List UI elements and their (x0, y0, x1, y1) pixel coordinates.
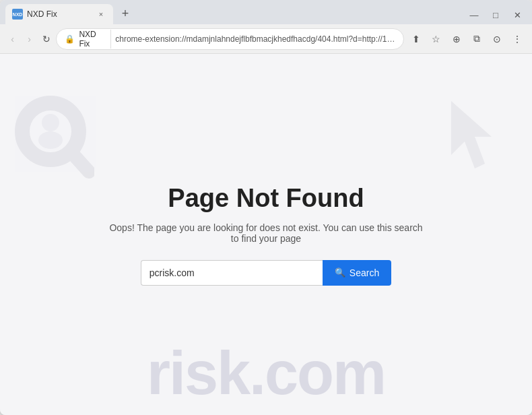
error-container: Page Not Found Oops! The page you are lo… (91, 170, 441, 299)
svg-point-2 (42, 114, 59, 131)
magnifier-watermark-icon (13, 94, 94, 182)
maximize-button[interactable]: □ (486, 8, 505, 22)
lock-icon: 🔒 (65, 34, 75, 44)
watermark-text: risk.com (147, 340, 385, 407)
error-subtitle: Oops! The page you are looking for does … (104, 222, 428, 244)
svg-line-1 (71, 152, 89, 172)
bookmark-button[interactable]: ☆ (427, 30, 446, 49)
search-button-label: Search (350, 267, 379, 278)
tab-close-button[interactable]: × (96, 9, 106, 20)
arrow-watermark-icon (444, 94, 512, 182)
split-view-button[interactable]: ⧉ (467, 30, 486, 49)
profile-button[interactable]: ⊙ (488, 30, 506, 49)
site-label: NXD Fix (79, 30, 111, 49)
reload-button[interactable]: ↻ (39, 30, 53, 49)
page-not-found-title: Page Not Found (168, 184, 364, 213)
close-button[interactable]: ✕ (508, 8, 527, 22)
back-button[interactable]: ‹ (5, 30, 20, 49)
navigation-bar: ‹ › ↻ 🔒 NXD Fix chrome-extension://mdamj… (0, 24, 532, 54)
window-controls: — □ ✕ (465, 8, 527, 22)
tab-title: NXD Fix (27, 9, 92, 19)
new-tab-button[interactable]: + (116, 4, 135, 23)
minimize-button[interactable]: — (465, 8, 484, 22)
forward-button[interactable]: › (22, 30, 36, 49)
url-text: chrome-extension://mdamjnlahndejflbfbmac… (115, 34, 395, 44)
active-tab[interactable]: NXD NXD Fix × (5, 4, 113, 24)
browser-window: NXD NXD Fix × + — □ ✕ ‹ › ↻ 🔒 NXD Fix ch… (0, 0, 532, 415)
search-input[interactable] (141, 260, 323, 286)
page-content: risk.com Page Not Found Oops! The page y… (0, 54, 532, 415)
title-bar: NXD NXD Fix × + — □ ✕ (0, 0, 532, 24)
search-button[interactable]: 🔍 Search (323, 260, 391, 286)
tab-favicon: NXD (12, 9, 23, 20)
nav-right-icons: ⬆ ☆ ⊕ ⧉ ⊙ ⋮ (407, 30, 527, 49)
svg-point-0 (22, 103, 79, 160)
search-icon: 🔍 (335, 267, 345, 278)
menu-button[interactable]: ⋮ (508, 30, 527, 49)
address-bar[interactable]: 🔒 NXD Fix chrome-extension://mdamjnlahnd… (56, 28, 404, 50)
search-row: 🔍 Search (141, 260, 391, 286)
tab-strip: NXD NXD Fix × + (5, 4, 465, 24)
share-button[interactable]: ⬆ (407, 30, 426, 49)
svg-marker-4 (451, 101, 492, 168)
extension-button[interactable]: ⊕ (447, 30, 466, 49)
svg-point-3 (38, 131, 63, 149)
